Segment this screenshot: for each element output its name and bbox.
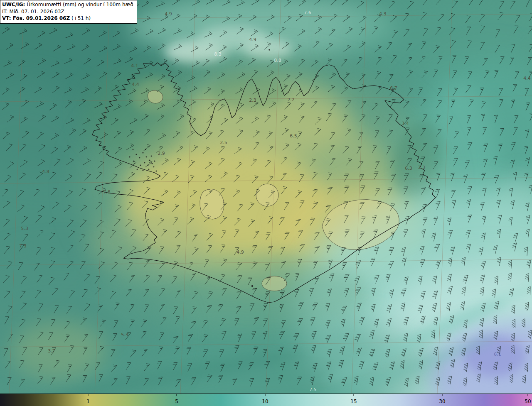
forecast-offset: (+51 h) [71,15,91,21]
colorbar: 1510153050 [0,394,532,406]
weather-map-product: 4.97.64.34.98.38.84.14.44.46.72.32.23.46… [0,0,532,406]
colorbar-tick-mark [88,394,89,396]
colorbar-tick-mark [177,394,177,396]
colorbar-tick-mark [528,394,528,396]
colorbar-tick-label: 1 [86,399,90,404]
map-canvas [0,0,532,394]
colorbar-tick-mark [265,394,266,396]
colorbar-tick-label: 30 [439,399,445,404]
colorbar-tick-mark [354,394,354,396]
product-title: Úrkomumætti (mm) og vindur í 100m hæð [27,2,133,7]
title-line: UWC/IG: Úrkomumætti (mm) og vindur í 100… [2,1,133,8]
colorbar-tick-label: 15 [350,399,357,404]
colorbar-tick-label: 50 [525,399,531,404]
init-time: IT: Mið. 07. 01. 2026 03Z [2,8,133,15]
map-area: 4.97.64.34.98.38.84.14.44.46.72.32.23.46… [0,0,532,394]
colorbar-tick-label: 10 [262,399,268,404]
valid-line: VT: Fös. 09.01.2026 06Z (+51 h) [2,15,133,22]
colorbar-tick-label: 5 [175,399,178,404]
valid-time: VT: Fös. 09.01.2026 06Z [2,15,70,21]
model-label: UWC/IG: [2,2,25,7]
title-box: UWC/IG: Úrkomumætti (mm) og vindur í 100… [0,0,137,24]
colorbar-tick-mark [442,394,443,396]
